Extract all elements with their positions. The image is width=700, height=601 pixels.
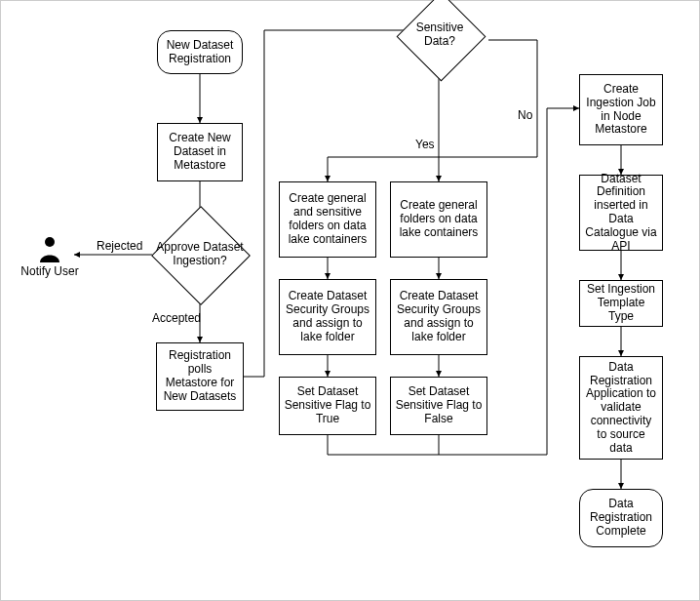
label-rejected: Rejected bbox=[97, 239, 142, 253]
node-create-general-folders: Create general folders on data lake cont… bbox=[390, 181, 487, 258]
label-accepted: Accepted bbox=[152, 311, 201, 325]
node-create-dataset: Create New Dataset in Metastore bbox=[157, 123, 243, 181]
node-security-groups-1: Create Dataset Security Groups and assig… bbox=[279, 279, 376, 355]
text: Create Dataset Security Groups and assig… bbox=[395, 290, 483, 343]
text: Notify User bbox=[20, 264, 79, 278]
node-template-type: Set Ingestion Template Type bbox=[579, 280, 663, 327]
text: Dataset Definition inserted in Data Cata… bbox=[584, 173, 658, 254]
node-data-catalogue: Dataset Definition inserted in Data Cata… bbox=[579, 175, 663, 251]
node-flag-true: Set Dataset Sensitive Flag to True bbox=[279, 377, 376, 435]
node-approve-decision: Approve Dataset Ingestion? bbox=[151, 206, 249, 303]
text: Create New Dataset in Metastore bbox=[162, 132, 238, 172]
node-sensitive-decision: Sensitive Data? bbox=[396, 0, 484, 79]
label-no: No bbox=[518, 108, 532, 122]
person-icon bbox=[38, 235, 61, 262]
node-security-groups-2: Create Dataset Security Groups and assig… bbox=[390, 279, 487, 355]
text: Approve Dataset Ingestion? bbox=[151, 241, 249, 268]
node-flag-false: Set Dataset Sensitive Flag to False bbox=[390, 377, 487, 435]
svg-point-17 bbox=[45, 237, 55, 247]
node-complete: Data Registration Complete bbox=[579, 489, 663, 547]
text: Create general and sensitive folders on … bbox=[284, 192, 371, 246]
text: Registration polls Metastore for New Dat… bbox=[161, 349, 239, 403]
text: Create Ingestion Job in Node Metastore bbox=[584, 83, 658, 137]
node-poll-registration: Registration polls Metastore for New Dat… bbox=[156, 342, 244, 411]
node-create-ingestion-job: Create Ingestion Job in Node Metastore bbox=[579, 74, 663, 145]
text: Set Dataset Sensitive Flag to False bbox=[395, 385, 483, 425]
text: New Dataset Registration bbox=[162, 39, 238, 66]
text: Sensitive Data? bbox=[396, 21, 484, 49]
flowchart-canvas: New Dataset Registration Create New Data… bbox=[0, 0, 700, 601]
node-start: New Dataset Registration bbox=[157, 30, 243, 74]
text: Create Dataset Security Groups and assig… bbox=[284, 290, 371, 343]
text: Data Registration Application to validat… bbox=[584, 361, 658, 456]
notify-user: Notify User bbox=[20, 235, 79, 278]
text: Create general folders on data lake cont… bbox=[395, 199, 483, 239]
text: Set Dataset Sensitive Flag to True bbox=[284, 385, 371, 425]
node-validate: Data Registration Application to validat… bbox=[579, 356, 663, 460]
node-create-both-folders: Create general and sensitive folders on … bbox=[279, 181, 376, 258]
text: Set Ingestion Template Type bbox=[584, 283, 658, 323]
label-yes: Yes bbox=[415, 138, 435, 151]
text: Data Registration Complete bbox=[584, 498, 658, 538]
